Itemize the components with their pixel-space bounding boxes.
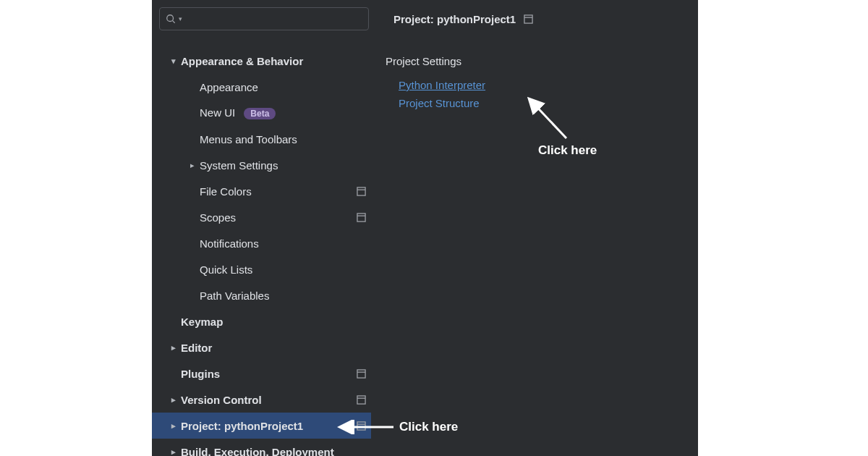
settings-tree: ▾ Appearance & Behavior Appearance New U…: [152, 33, 371, 456]
search-input[interactable]: ▾: [159, 7, 369, 30]
tree-appearance-behavior[interactable]: ▾ Appearance & Behavior: [152, 48, 371, 74]
tree-notifications[interactable]: Notifications: [152, 230, 371, 256]
search-field[interactable]: [185, 13, 362, 25]
tree-label: Notifications: [200, 237, 367, 250]
tree-label: Path Variables: [200, 290, 367, 302]
svg-rect-8: [357, 370, 365, 378]
tree-label: Plugins: [181, 368, 357, 380]
chevron-right-icon: ▸: [185, 161, 200, 170]
tree-label: Appearance: [200, 81, 367, 93]
svg-rect-12: [357, 422, 365, 430]
svg-point-0: [167, 15, 174, 22]
tree-plugins[interactable]: Plugins: [152, 360, 371, 387]
svg-rect-2: [524, 14, 532, 22]
tree-label: Version Control: [181, 394, 357, 406]
tree-scopes[interactable]: Scopes: [152, 204, 371, 230]
link-project-structure[interactable]: Project Structure: [399, 97, 480, 109]
settings-window: ▾ Project: pythonProject1 ▾ Appearance &…: [152, 0, 698, 456]
chevron-right-icon: ▸: [166, 395, 181, 405]
search-icon: [166, 14, 176, 24]
tree-quick-lists[interactable]: Quick Lists: [152, 256, 371, 282]
project-scope-icon: [357, 421, 367, 431]
tree-appearance[interactable]: Appearance: [152, 74, 371, 100]
tree-menus-toolbars[interactable]: Menus and Toolbars: [152, 126, 371, 152]
beta-badge: Beta: [244, 108, 276, 119]
tree-keymap[interactable]: Keymap: [152, 308, 371, 334]
content-pane: Project Settings Python Interpreter Proj…: [371, 33, 698, 456]
page-title-text: Project: pythonProject1: [393, 13, 516, 25]
tree-label: File Colors: [200, 185, 357, 198]
settings-body: ▾ Appearance & Behavior Appearance New U…: [152, 33, 698, 456]
svg-rect-6: [357, 214, 365, 221]
svg-rect-10: [357, 396, 365, 404]
tree-label: Project: pythonProject1: [181, 420, 357, 432]
tree-label-text: New UI: [200, 106, 235, 119]
tree-label: Build, Execution, Deployment: [181, 446, 367, 457]
chevron-right-icon: ▸: [166, 447, 181, 457]
top-bar: ▾ Project: pythonProject1: [152, 0, 698, 33]
tree-project[interactable]: ▸ Project: pythonProject1: [152, 413, 371, 439]
svg-rect-4: [357, 187, 365, 195]
page-title: Project: pythonProject1: [393, 13, 533, 25]
project-scope-icon: [523, 14, 533, 24]
tree-path-variables[interactable]: Path Variables: [152, 282, 371, 308]
project-scope-icon: [357, 212, 367, 222]
tree-label: Keymap: [181, 316, 367, 328]
tree-label: Scopes: [200, 211, 357, 224]
tree-label: Menus and Toolbars: [200, 133, 367, 145]
tree-editor[interactable]: ▸ Editor: [152, 334, 371, 360]
tree-label: Quick Lists: [200, 263, 367, 276]
svg-line-1: [173, 21, 175, 23]
project-scope-icon: [357, 186, 367, 196]
tree-label: Editor: [181, 342, 367, 354]
tree-new-ui[interactable]: New UI Beta: [152, 100, 371, 126]
tree-version-control[interactable]: ▸ Version Control: [152, 387, 371, 413]
section-heading: Project Settings: [386, 55, 698, 67]
project-scope-icon: [357, 394, 367, 405]
tree-file-colors[interactable]: File Colors: [152, 178, 371, 204]
search-dropdown-icon[interactable]: ▾: [179, 15, 182, 22]
chevron-right-icon: ▸: [166, 343, 181, 352]
tree-label: New UI Beta: [200, 106, 367, 119]
tree-label: Appearance & Behavior: [181, 55, 367, 67]
tree-label: System Settings: [200, 159, 367, 172]
link-python-interpreter[interactable]: Python Interpreter: [399, 79, 485, 91]
tree-system-settings[interactable]: ▸ System Settings: [152, 152, 371, 178]
chevron-down-icon: ▾: [166, 56, 181, 66]
chevron-right-icon: ▸: [166, 421, 181, 431]
tree-build-exec-deploy[interactable]: ▸ Build, Execution, Deployment: [152, 439, 371, 456]
project-scope-icon: [357, 368, 367, 379]
